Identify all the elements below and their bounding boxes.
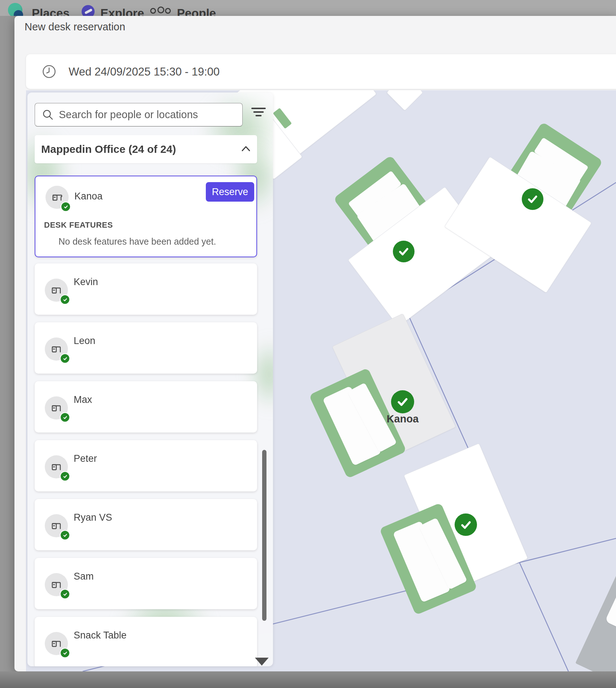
clock-icon bbox=[42, 64, 56, 79]
available-check-icon bbox=[60, 471, 70, 481]
map-desk-label-kanoa: Kanoa bbox=[370, 413, 435, 425]
available-check-icon bbox=[60, 589, 70, 599]
desk-name: Max bbox=[74, 394, 92, 405]
desk-card-peter[interactable]: Peter bbox=[35, 440, 257, 491]
available-check-icon bbox=[61, 202, 71, 212]
desk-name: Kanoa bbox=[74, 191, 103, 202]
desk-card-snack-table[interactable]: Snack Table bbox=[35, 617, 257, 666]
desk-name: Ryan VS bbox=[74, 512, 112, 523]
search-input[interactable] bbox=[58, 105, 238, 124]
desk-available-check-icon bbox=[455, 513, 477, 536]
list-scrollbar-thumb[interactable] bbox=[262, 450, 266, 621]
avatar bbox=[45, 455, 68, 478]
places-app-logo-icon bbox=[8, 3, 22, 16]
avatar bbox=[45, 337, 68, 361]
people-icon bbox=[150, 6, 170, 16]
desk-available-check-icon bbox=[522, 188, 543, 210]
avatar bbox=[45, 573, 68, 596]
avatar bbox=[45, 186, 69, 209]
desk-name: Kevin bbox=[74, 276, 98, 288]
avatar bbox=[45, 632, 68, 655]
filter-icon[interactable] bbox=[251, 108, 266, 117]
desk-icon bbox=[50, 637, 63, 650]
desk-card-sam[interactable]: Sam bbox=[35, 558, 257, 609]
available-check-icon bbox=[60, 294, 70, 305]
tab-explore[interactable]: Explore bbox=[100, 7, 144, 16]
desk-name: Snack Table bbox=[74, 630, 127, 641]
office-group-header[interactable]: Mappedin Office (24 of 24) bbox=[35, 135, 257, 163]
desk-icon bbox=[50, 401, 63, 414]
desk-name: Peter bbox=[74, 453, 97, 464]
desk-card-kevin[interactable]: Kevin bbox=[35, 263, 257, 315]
desk-card-max[interactable]: Max bbox=[35, 381, 257, 433]
search-box bbox=[35, 103, 243, 126]
desk-list-panel: Mappedin Office (24 of 24) Kanoa Reserve… bbox=[27, 93, 273, 666]
desk-icon bbox=[50, 343, 63, 356]
desk-features-heading: DESK FEATURES bbox=[44, 220, 113, 230]
desk-icon bbox=[50, 460, 63, 473]
reserve-button[interactable]: Reserve bbox=[206, 182, 254, 202]
dialog-title: New desk reservation bbox=[25, 21, 125, 33]
avatar bbox=[45, 279, 68, 302]
scroll-down-arrow-icon[interactable] bbox=[255, 658, 269, 666]
desk-available-check-icon bbox=[393, 241, 415, 262]
office-group-label: Mappedin Office (24 of 24) bbox=[41, 143, 176, 155]
desk-features-empty-text: No desk features have been added yet. bbox=[58, 236, 216, 247]
desk-card-ryan-vs[interactable]: Ryan VS bbox=[35, 499, 257, 550]
desk-icon bbox=[50, 578, 63, 591]
desk-icon bbox=[50, 519, 63, 532]
available-check-icon bbox=[60, 353, 70, 364]
explore-icon bbox=[82, 5, 95, 16]
tab-people[interactable]: People bbox=[177, 7, 216, 16]
desk-name: Leon bbox=[74, 335, 95, 347]
new-desk-reservation-dialog: New desk reservation Wed 24/09/2025 15:3… bbox=[14, 16, 616, 671]
page-background-band bbox=[0, 671, 616, 688]
reservation-datetime: Wed 24/09/2025 15:30 - 19:00 bbox=[69, 65, 220, 78]
tab-places[interactable]: Places bbox=[32, 7, 70, 16]
desk-available-check-icon bbox=[391, 390, 414, 413]
available-check-icon bbox=[60, 530, 70, 540]
background-app-header: Places Explore People bbox=[0, 0, 616, 16]
desk-card-kanoa[interactable]: Kanoa Reserve DESK FEATURES No desk feat… bbox=[35, 176, 257, 257]
desk-icon bbox=[51, 191, 64, 204]
desk-icon bbox=[50, 284, 63, 297]
avatar bbox=[45, 514, 68, 537]
available-check-icon bbox=[60, 412, 70, 422]
desk-card-leon[interactable]: Leon bbox=[35, 322, 257, 374]
available-check-icon bbox=[60, 648, 70, 658]
avatar bbox=[45, 396, 68, 420]
desk-name: Sam bbox=[74, 571, 94, 582]
datetime-picker-bar[interactable]: Wed 24/09/2025 15:30 - 19:00 bbox=[26, 54, 616, 89]
search-icon bbox=[42, 109, 54, 121]
chevron-up-icon bbox=[241, 145, 251, 152]
